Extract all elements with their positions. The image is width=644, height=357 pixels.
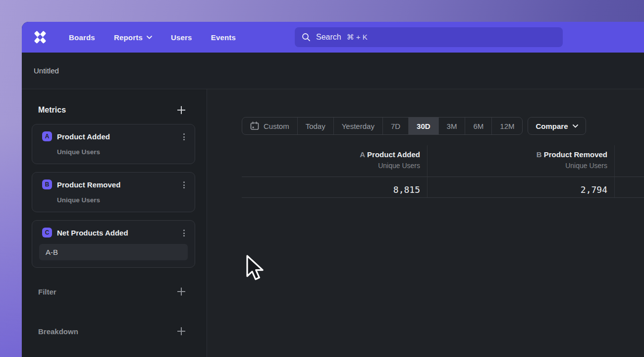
search-placeholder: Search (316, 33, 341, 42)
kebab-menu-icon[interactable] (181, 181, 187, 188)
kebab-menu-icon[interactable] (181, 230, 187, 237)
metric-name: Net Products Added (57, 229, 128, 237)
date-range-label: 3M (447, 122, 457, 130)
date-range-label: 12M (500, 122, 514, 130)
date-range-label: Custom (264, 122, 289, 130)
metric-name: Product Added (57, 132, 110, 141)
date-range-picker: Custom Today Yesterday 7D 30D 3M 6M 12M (242, 117, 523, 135)
top-nav: Boards Reports Users Events Search ⌘ + K (22, 22, 644, 53)
query-sidebar: Metrics A Product Added Unique Users B P… (22, 89, 207, 357)
date-range-label: 6M (473, 122, 483, 130)
search-shortcut: ⌘ + K (347, 33, 368, 42)
chevron-down-icon (573, 124, 578, 128)
metric-name: Product Removed (57, 180, 120, 189)
filter-section: Filter (22, 286, 207, 298)
compare-button[interactable]: Compare (528, 117, 586, 135)
breakdown-label: Breakdown (38, 327, 78, 336)
column-badge: A (360, 150, 365, 159)
date-range-30d[interactable]: 30D (408, 118, 438, 134)
metric-value: 2,794 (581, 184, 607, 195)
metric-card-c[interactable]: C Net Products Added A-B (32, 220, 195, 268)
app-window: Boards Reports Users Events Search ⌘ + K (22, 22, 644, 357)
nav-item-boards[interactable]: Boards (69, 33, 95, 42)
compare-label: Compare (536, 122, 568, 130)
date-range-label: Yesterday (342, 122, 375, 130)
nav-item-events[interactable]: Events (211, 33, 236, 42)
metrics-header: Metrics (22, 105, 207, 115)
column-measure: Unique Users (378, 160, 420, 171)
column-badge: B (537, 150, 542, 159)
nav-item-label: Events (211, 33, 236, 42)
results-panel: Custom Today Yesterday 7D 30D 3M 6M 12M … (207, 89, 644, 357)
metric-badge: A (42, 131, 52, 141)
nav-item-label: Reports (114, 33, 143, 42)
calendar-icon (250, 121, 259, 130)
search-input[interactable]: Search ⌘ + K (295, 27, 563, 47)
column-header-product-removed[interactable]: BProduct Removed Unique Users (427, 145, 614, 177)
date-range-6m[interactable]: 6M (465, 118, 491, 134)
value-cell[interactable]: 2,794 (427, 177, 614, 197)
column-name: Product Removed (544, 150, 607, 159)
date-range-yesterday[interactable]: Yesterday (333, 118, 382, 134)
report-title-bar: Untitled (22, 53, 644, 89)
metric-value: 8,815 (393, 184, 420, 195)
date-range-label: 7D (391, 122, 400, 130)
column-header-overflow (614, 145, 644, 177)
breakdown-section: Breakdown (22, 325, 207, 337)
metric-badge: C (42, 228, 52, 238)
chevron-down-icon (147, 36, 152, 39)
table-value-row: 8,815 2,794 (242, 177, 644, 198)
metric-badge: B (42, 179, 52, 189)
nav-items: Boards Reports Users Events (69, 33, 236, 42)
column-measure: Unique Users (565, 160, 607, 171)
date-range-label: Today (306, 122, 325, 130)
nav-item-users[interactable]: Users (171, 33, 192, 42)
formula-input[interactable]: A-B (39, 244, 188, 260)
add-metric-button[interactable] (176, 105, 186, 115)
metric-measure[interactable]: Unique Users (57, 148, 188, 156)
metric-card-b[interactable]: B Product Removed Unique Users (32, 172, 195, 212)
column-header-product-added[interactable]: AProduct Added Unique Users (242, 145, 427, 177)
date-toolbar: Custom Today Yesterday 7D 30D 3M 6M 12M … (242, 117, 586, 135)
date-range-label: 30D (417, 122, 430, 130)
date-range-3m[interactable]: 3M (438, 118, 465, 134)
mixpanel-logo-icon[interactable] (33, 31, 48, 44)
kebab-menu-icon[interactable] (181, 133, 187, 140)
value-cell[interactable]: 8,815 (242, 177, 427, 197)
results-table: AProduct Added Unique Users BProduct Rem… (242, 145, 644, 198)
date-range-12m[interactable]: 12M (491, 118, 522, 134)
add-filter-button[interactable] (176, 287, 186, 297)
column-name: Product Added (367, 150, 420, 159)
nav-item-label: Boards (69, 33, 95, 42)
date-range-7d[interactable]: 7D (382, 118, 408, 134)
metric-measure[interactable]: Unique Users (57, 196, 188, 204)
metric-card-a[interactable]: A Product Added Unique Users (32, 124, 195, 164)
table-header-row: AProduct Added Unique Users BProduct Rem… (242, 145, 644, 177)
date-range-custom[interactable]: Custom (242, 118, 297, 134)
metrics-heading: Metrics (38, 106, 66, 115)
filter-label: Filter (38, 288, 56, 296)
value-cell (614, 177, 644, 197)
search-icon (302, 33, 311, 42)
report-title[interactable]: Untitled (34, 66, 59, 75)
add-breakdown-button[interactable] (176, 326, 186, 336)
nav-item-reports[interactable]: Reports (114, 33, 152, 42)
date-range-today[interactable]: Today (297, 118, 333, 134)
nav-item-label: Users (171, 33, 192, 42)
